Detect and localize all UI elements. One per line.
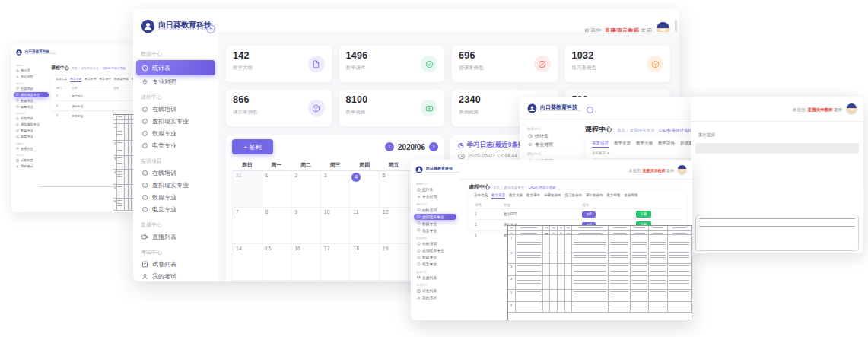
breadcrumb-home[interactable]: 首页 [617,128,625,132]
tab-0[interactable]: 基本信息 [474,193,488,199]
sidebar-item-2-0[interactable]: 在线培训 [14,116,49,122]
sidebar-item-1-2[interactable]: 数媒专业 [414,221,456,227]
calendar-day[interactable]: 14 [233,244,262,281]
sidebar-item-2-1[interactable]: 虚拟现实专业 [414,247,456,254]
pdf-tag-button[interactable]: pdf [582,211,596,218]
calendar-day[interactable]: 25 [350,281,380,282]
checkin-button[interactable]: + 签到 [232,139,273,154]
sidebar-item-0-1[interactable]: 专业对照 [414,193,456,200]
tab-case-video[interactable]: 案例视频 [698,132,715,138]
sidebar-item-2-3[interactable]: 电竞专业 [136,204,215,215]
tab-4[interactable]: 授课案例包 [544,193,561,199]
calendar-day[interactable]: 9 [291,208,321,244]
calendar-day[interactable]: 18 [350,244,380,281]
tab-7[interactable]: 教学视频 [607,193,621,199]
sidebar-item-4-1[interactable]: 我的考试 [136,271,215,281]
sidebar-item-2-3[interactable]: 电竞专业 [14,134,49,140]
calendar-day[interactable]: 2 [291,171,321,208]
sidebar-item-1-1[interactable]: 虚拟现实专业 [136,116,215,127]
sidebar-item-4-0[interactable]: 试卷列表 [14,157,49,164]
tab-5[interactable]: 练习案例包 [565,193,583,199]
tab-2[interactable]: 教学大纲 [509,193,523,199]
sidebar-item-2-2[interactable]: 数媒专业 [14,128,49,134]
tab-2[interactable]: 教学大纲 [84,77,96,82]
breadcrumb-major[interactable]: 虚拟现实专业 [630,128,655,132]
breadcrumb-home[interactable]: 首页 [72,67,78,70]
breadcrumb-major[interactable]: 虚拟现实专业 [504,186,524,189]
calendar-day[interactable]: 5 [379,171,409,208]
sidebar-item-2-1[interactable]: 虚拟现实专业 [14,122,49,128]
tab-0[interactable]: 基本信息 [592,141,609,148]
calendar-day[interactable]: 11 [350,208,380,244]
calendar-next-icon[interactable]: › [429,142,438,151]
sidebar-item-2-0[interactable]: 在线培训 [414,240,456,247]
sidebar-item-1-2[interactable]: 数媒专业 [14,98,49,104]
sidebar-item-1-2[interactable]: 数媒专业 [136,128,215,139]
tab-2[interactable]: 教学大纲 [636,141,653,148]
calendar-day[interactable]: 8 [262,208,291,244]
sidebar-item-1-1[interactable]: 虚拟现实专业 [14,92,49,98]
sidebar-item-0-0[interactable]: 统计表 [524,132,579,140]
calendar-day[interactable]: 15 [262,244,291,281]
sidebar-item-3-0[interactable]: 直播列表 [414,275,456,281]
sidebar-item-2-1[interactable]: 虚拟现实专业 [136,180,215,191]
sidebar-item-0-0[interactable]: 统计表 [14,68,49,74]
tab-1[interactable]: 教学资源 [614,141,631,148]
sidebar-item-2-2[interactable]: 数媒专业 [136,192,215,203]
sidebar-item-1-0[interactable]: 在线培训 [414,207,456,214]
tab-0[interactable]: 基本信息 [56,77,67,82]
calendar-day[interactable]: 23 [291,281,321,282]
tab-1[interactable]: 教学资源 [70,77,81,82]
sidebar-item-1-3[interactable]: 电竞专业 [414,227,456,234]
course-description-box[interactable] [695,215,859,251]
tab-3[interactable]: 教学课件 [658,141,675,148]
sidebar-item-3-0[interactable]: 直播列表 [136,231,215,243]
avatar[interactable] [847,103,857,113]
sidebar-item-0-0[interactable]: 统计表 [414,186,456,193]
calendar-day[interactable]: 19 [379,244,409,281]
sidebar-item-4-0[interactable]: 试卷列表 [414,288,456,294]
sidebar-item-3-0[interactable]: 直播列表 [14,146,49,152]
sidebar-item-0-0[interactable]: 统计表 [136,60,215,75]
download-button[interactable]: 下载 [636,211,651,218]
sidebar-item-2-2[interactable]: 数媒专业 [414,254,456,261]
sidebar-item-1-3[interactable]: 电竞专业 [14,104,49,110]
sidebar-item-1-3[interactable]: 电竞专业 [136,140,215,151]
avatar[interactable] [678,165,686,173]
calendar-day[interactable]: 22 [262,281,291,282]
calendar-prev-icon[interactable]: ‹ [385,142,394,151]
sidebar-item-2-3[interactable]: 电竞专业 [414,261,456,268]
calendar-day[interactable]: 12 [379,208,409,244]
tab-4[interactable]: 授课案例包 [114,77,129,82]
tab-6[interactable]: 课后案例包 [586,193,603,199]
calendar-day[interactable]: 7 [233,208,262,244]
calendar-day[interactable]: 24 [320,281,350,282]
sidebar-item-1-0[interactable]: 在线培训 [136,103,215,115]
calendar-day[interactable]: 31 [233,171,262,208]
sidebar-item-4-1[interactable]: 我的考试 [414,294,456,301]
sidebar-item-1-1[interactable]: 虚拟现实专业 [414,214,456,221]
sidebar-item-2-0[interactable]: 在线培训 [136,167,215,179]
sidebar-item-1-0[interactable]: 在线培训 [14,86,49,92]
sidebar-item-4-0[interactable]: 试卷列表 [136,259,215,270]
sidebar-item-0-1[interactable]: 专业对照 [524,141,579,148]
breadcrumb-major[interactable]: 虚拟现实专业 [81,67,99,70]
sidebar-item-0-1[interactable]: 专业对照 [136,76,215,87]
calendar-day[interactable]: 4 [350,171,380,208]
sidebar-item-4-1[interactable]: 我的考试 [14,164,49,170]
calendar-selected-day[interactable]: 4 [351,173,361,182]
calendar-day[interactable]: 21 [233,281,262,282]
expand-all-label[interactable]: 全部展开 [592,151,606,155]
tab-3[interactable]: 教学课件 [100,77,111,82]
tab-1[interactable]: 教学资源 [491,193,505,199]
calendar-day[interactable]: 16 [291,244,321,281]
section-banner[interactable] [695,143,859,154]
tab-3[interactable]: 教学课件 [526,193,540,199]
collapse-sidebar-icon[interactable]: + [587,107,593,113]
calendar-day[interactable]: 26 [379,281,409,282]
sidebar-item-0-1[interactable]: 专业对照 [14,74,49,80]
calendar-day[interactable]: 10 [320,208,350,244]
collapse-sidebar-icon[interactable]: + [206,24,215,33]
calendar-day[interactable]: 3 [320,171,350,208]
tab-8[interactable]: 案例视频 [625,193,638,199]
